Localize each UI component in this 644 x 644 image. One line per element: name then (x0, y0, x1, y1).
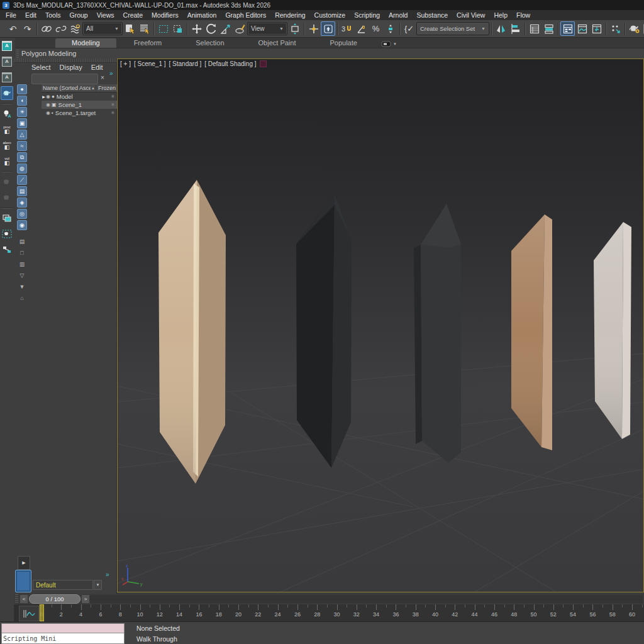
tab-populate[interactable]: Populate (313, 38, 373, 48)
bind-to-space-warp-icon[interactable] (68, 21, 82, 36)
bookmark-more-chevron-icon[interactable]: » (106, 571, 109, 578)
keyboard-shortcut-override-toggle-icon[interactable] (321, 21, 335, 36)
display-cameras-icon[interactable]: ▣ (17, 118, 27, 128)
wall-panel-2[interactable] (296, 194, 352, 468)
tab-freeform[interactable]: Freeform (118, 38, 179, 48)
expand-arrow-icon[interactable]: ▶ (42, 94, 46, 99)
explorer-menu-item[interactable]: Select (31, 64, 51, 71)
arnold-procedural-icon[interactable]: proc◧ (1, 123, 13, 136)
display-bones-icon[interactable]: ⟋ (17, 175, 27, 185)
display-shapes-icon[interactable]: ◖ (17, 96, 27, 106)
schematic-view-icon[interactable] (589, 21, 604, 36)
viewport-layout-tab[interactable] (15, 570, 31, 592)
redo-icon[interactable]: ↷ (20, 21, 35, 36)
frozen-snowflake-icon[interactable]: ✳ (111, 94, 117, 99)
viewport-menu-shading[interactable]: [ Default Shading ] (204, 60, 256, 67)
title-bar[interactable]: 3 3Ds Max_MODULAR_13760XXX_CHIVAL-WALL-U… (0, 0, 644, 10)
macro-recorder-field[interactable] (1, 623, 125, 633)
arnold-light-icon[interactable]: A (1, 107, 13, 121)
percent-snap-toggle-icon[interactable]: % (369, 21, 383, 36)
select-and-place-icon[interactable] (233, 21, 247, 36)
select-and-uniform-scale-icon[interactable] (218, 21, 233, 36)
select-by-name-icon[interactable] (137, 21, 152, 36)
visibility-eye-icon[interactable]: ◉ (46, 110, 50, 116)
arnold-alembic-icon[interactable]: alem◧ (1, 138, 13, 152)
table-row-scene-1-target[interactable]: ◉ ▪ Scene_1.target ✳ (42, 109, 117, 117)
maxscript-mini-listener[interactable]: Scripting Mini (1, 633, 125, 644)
arnold-operator-graph-icon[interactable] (1, 243, 13, 257)
select-and-move-icon[interactable] (189, 21, 204, 36)
time-slider-track[interactable] (90, 595, 643, 603)
select-and-link-icon[interactable] (39, 21, 53, 36)
frozen-snowflake-icon[interactable]: ✳ (111, 102, 117, 108)
timeline-ruler[interactable]: 0246810121416182022242628303234363840424… (39, 604, 644, 621)
arnold-renderview-last-icon[interactable]: A (1, 70, 13, 84)
selection-filter-dropdown[interactable]: All▼ (82, 22, 123, 35)
named-selection-set-combo[interactable]: Create Selection Set▼ (416, 22, 489, 35)
menu-item[interactable]: Edit (21, 11, 41, 19)
frozen-snowflake-icon[interactable]: ✳ (111, 110, 117, 116)
select-and-rotate-icon[interactable] (204, 21, 218, 36)
menu-item[interactable]: Scripting (350, 11, 384, 19)
unlink-selection-icon[interactable] (53, 21, 68, 36)
visibility-eye-icon[interactable]: ◉ (46, 94, 50, 99)
explorer-bookmark-dropdown[interactable]: Default (33, 580, 93, 590)
display-xrefs-icon[interactable]: ◍ (17, 164, 27, 174)
panel-grip[interactable] (14, 58, 116, 63)
sort-ascending-icon[interactable]: ▲ (91, 86, 95, 90)
undo-icon[interactable]: ↶ (6, 21, 20, 36)
column-name[interactable]: Name (Sorted Ascending) (42, 85, 91, 91)
table-row-model[interactable]: ▶ ◉ ● Model ✳ (42, 92, 117, 101)
layout-flyout-arrow[interactable]: ▶ (18, 556, 30, 570)
display-frozen-icon[interactable]: ◉ (17, 220, 27, 230)
ribbon-config-button[interactable]: ▼ (381, 40, 400, 48)
row-label[interactable]: Scene_1 (58, 101, 111, 108)
rendered-frame-window-icon[interactable] (641, 21, 644, 36)
edit-named-selection-sets-icon[interactable]: {✓ (402, 21, 416, 36)
window-crossing-toggle-icon[interactable] (170, 21, 185, 36)
mini-curve-editor-button[interactable] (19, 606, 39, 621)
menu-item[interactable]: Arnold (384, 11, 412, 19)
row-label[interactable]: Scene_1.target (55, 109, 111, 116)
table-row-scene-1[interactable]: ◉ ▣ Scene_1 ✳ (42, 101, 117, 109)
toggle-layer-explorer-icon[interactable] (541, 21, 556, 36)
viewport[interactable]: [ + ] [ Scene_1 ] [ Standard ] [ Default… (117, 58, 644, 592)
toggle-scene-explorer-icon[interactable] (527, 21, 541, 36)
use-pivot-point-center-icon[interactable] (287, 21, 302, 36)
display-helpers-icon[interactable]: △ (17, 130, 27, 140)
search-box[interactable] (31, 74, 98, 84)
snaps-toggle-3d-icon[interactable]: 3 (340, 21, 354, 36)
bookmark-dropdown-arrow-icon[interactable]: ▼ (94, 580, 102, 590)
menu-item[interactable]: Views (92, 11, 119, 19)
previous-frame-button[interactable]: < (19, 594, 28, 604)
viewport-color-swatch[interactable] (260, 60, 267, 67)
rectangular-selection-region-icon[interactable] (156, 21, 170, 36)
display-containers-icon[interactable]: ▤ (17, 186, 27, 196)
arnold-renderview-snapshot-icon[interactable]: A (1, 55, 13, 69)
viewport-menu-plus[interactable]: [ + ] (120, 60, 131, 67)
current-frame-marker[interactable] (40, 604, 44, 621)
visibility-eye-icon[interactable]: ◉ (46, 102, 50, 108)
display-space-warps-icon[interactable]: ≈ (17, 141, 27, 151)
curve-editor-icon[interactable] (575, 21, 589, 36)
ribbon-grip[interactable] (16, 50, 19, 58)
viewport-menu-camera[interactable]: [ Scene_1 ] (134, 60, 166, 67)
detail-view-icon[interactable]: ▥ (17, 259, 27, 269)
explorer-menu-item[interactable]: Display (60, 64, 82, 71)
menu-item[interactable]: Help (489, 11, 512, 19)
arnold-render-icon[interactable] (1, 86, 13, 100)
column-frozen[interactable]: Frozen (96, 85, 117, 91)
filter-funnel-icon[interactable]: ▽ (17, 270, 27, 280)
align-icon[interactable] (508, 21, 523, 36)
wall-panel-4[interactable] (511, 214, 552, 450)
explorer-menu-item[interactable]: Edit (91, 64, 103, 71)
menu-item[interactable]: Graph Editors (221, 11, 270, 19)
material-editor-icon[interactable] (608, 21, 623, 36)
wall-panel-3[interactable] (414, 204, 461, 463)
search-clear-icon[interactable]: × (101, 74, 104, 81)
container-view-icon[interactable]: ⌂ (17, 293, 27, 303)
display-plugins-icon[interactable]: ◎ (17, 209, 27, 219)
tab-modeling[interactable]: Modeling (55, 38, 116, 48)
explorer-column-header[interactable]: Name (Sorted Ascending) ▲ Frozen (42, 84, 117, 92)
arnold-imagers-icon[interactable] (1, 211, 13, 225)
